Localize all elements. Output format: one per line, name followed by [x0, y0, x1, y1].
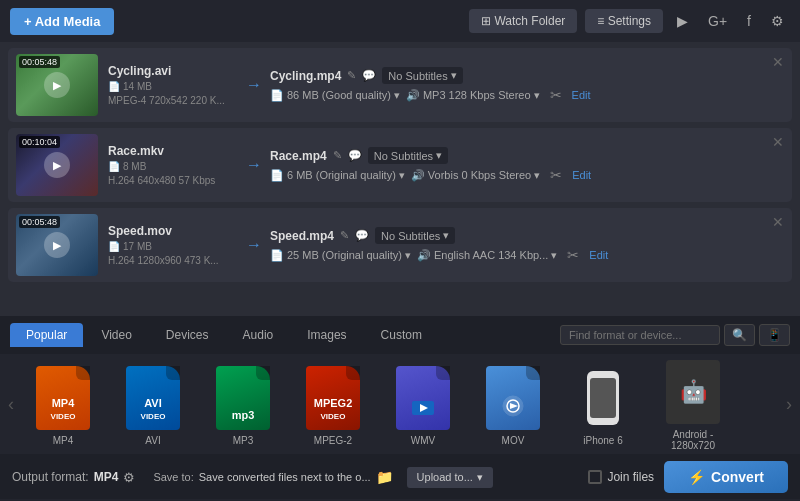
output-quality: 📄 25 MB (Original quality) ▾ 🔊 English A… [270, 247, 784, 263]
remove-file-button[interactable]: ✕ [772, 214, 784, 230]
top-bar: + Add Media ⊞ Watch Folder ≡ Settings ▶ … [0, 0, 800, 42]
format-item-label: WMV [411, 435, 435, 446]
format-item-mpeg2[interactable]: MPEG2VIDEO MPEG-2 [292, 363, 374, 446]
audio-selector[interactable]: 🔊 MP3 128 Kbps Stereo ▾ [406, 89, 540, 102]
edit-button[interactable]: Edit [589, 249, 608, 261]
open-folder-icon[interactable]: 📁 [376, 469, 393, 485]
arrow-icon: → [238, 236, 270, 254]
format-item-android[interactable]: 🤖 Android - 1280x720 [652, 357, 734, 451]
format-item-avi[interactable]: AVIVIDEO AVI [112, 363, 194, 446]
file-shape-mpeg2: MPEG2VIDEO [306, 366, 360, 430]
android-shape: 🤖 [666, 360, 720, 424]
quality-selector[interactable]: 📄 6 MB (Original quality) ▾ [270, 169, 405, 182]
search-button[interactable]: 🔍 [724, 324, 755, 346]
subtitle-dropdown[interactable]: No Subtitles ▾ [375, 227, 455, 244]
play-button[interactable]: ▶ [44, 72, 70, 98]
format-item-mp4[interactable]: MP4VIDEO MP4 [22, 363, 104, 446]
source-size: 📄 8 MB [108, 161, 238, 172]
subtitle-icon: 💬 [348, 149, 362, 162]
device-search-button[interactable]: 📱 [759, 324, 790, 346]
convert-button[interactable]: ⚡ Convert [664, 461, 788, 493]
edit-filename-icon[interactable]: ✎ [347, 69, 356, 82]
edit-button[interactable]: Edit [572, 169, 591, 181]
dropdown-arrow-icon: ▾ [477, 471, 483, 484]
format-settings-icon[interactable]: ⚙ [123, 470, 135, 485]
edit-filename-icon[interactable]: ✎ [333, 149, 342, 162]
tab-video[interactable]: Video [85, 323, 147, 347]
audio-selector[interactable]: 🔊 Vorbis 0 Kbps Stereo ▾ [411, 169, 540, 182]
settings-button[interactable]: ≡ Settings [585, 9, 663, 33]
add-media-button[interactable]: + Add Media [10, 8, 114, 35]
source-filename: Speed.mov [108, 224, 238, 238]
format-icon-text [410, 397, 436, 421]
save-to-info: Save to: Save converted files next to th… [153, 469, 392, 485]
scissors-icon[interactable]: ✂ [567, 247, 579, 263]
file-icon: 📄 [108, 161, 120, 172]
join-files-option[interactable]: Join files [588, 470, 654, 484]
scroll-left-button[interactable]: ‹ [4, 394, 18, 415]
edit-filename-icon[interactable]: ✎ [340, 229, 349, 242]
output-format-info: Output format: MP4 ⚙ [12, 470, 135, 485]
format-item-mov[interactable]: MOV [472, 363, 554, 446]
upload-button[interactable]: Upload to... ▾ [407, 467, 493, 488]
source-codec: MPEG-4 720x542 220 K... [108, 95, 238, 106]
audio-icon: 🔊 [411, 169, 425, 182]
files-area: ▶ 00:05:48 Cycling.avi 📄 14 MB MPEG-4 72… [0, 42, 800, 294]
subtitle-dropdown[interactable]: No Subtitles ▾ [382, 67, 462, 84]
tab-custom[interactable]: Custom [365, 323, 438, 347]
file-shape-mp3: mp3 [216, 366, 270, 430]
format-icon-avi: AVIVIDEO [119, 363, 187, 433]
format-item-iphone6[interactable]: iPhone 6 [562, 363, 644, 446]
file-row: ▶ 00:05:48 Cycling.avi 📄 14 MB MPEG-4 72… [8, 48, 792, 122]
subtitle-dropdown[interactable]: No Subtitles ▾ [368, 147, 448, 164]
watch-folder-button[interactable]: ⊞ Watch Folder [469, 9, 577, 33]
format-icon-mov [479, 363, 547, 433]
format-scroll-area: ‹ MP4VIDEO MP4 AVIVIDEO AVI [0, 354, 800, 454]
facebook-icon[interactable]: f [741, 9, 757, 33]
edit-button[interactable]: Edit [572, 89, 591, 101]
format-icon-mpeg2: MPEG2VIDEO [299, 363, 367, 433]
quality-selector[interactable]: 📄 86 MB (Good quality) ▾ [270, 89, 400, 102]
tab-audio[interactable]: Audio [227, 323, 290, 347]
convert-label: Convert [711, 469, 764, 485]
file-icon: 📄 [108, 81, 120, 92]
format-item-mp3[interactable]: mp3 MP3 [202, 363, 284, 446]
join-files-checkbox[interactable] [588, 470, 602, 484]
format-icon-text [498, 393, 528, 421]
top-bar-right: ⊞ Watch Folder ≡ Settings ▶ G+ f ⚙ [469, 9, 790, 33]
play-button[interactable]: ▶ [44, 232, 70, 258]
quality-selector[interactable]: 📄 25 MB (Original quality) ▾ [270, 249, 411, 262]
gear-icon[interactable]: ⚙ [765, 9, 790, 33]
right-actions: Join files ⚡ Convert [588, 461, 788, 493]
file-icon2: 📄 [270, 249, 284, 262]
scissors-icon[interactable]: ✂ [550, 87, 562, 103]
format-item-wmv[interactable]: WMV [382, 363, 464, 446]
play-button[interactable]: ▶ [44, 152, 70, 178]
scissors-icon[interactable]: ✂ [550, 167, 562, 183]
output-quality: 📄 6 MB (Original quality) ▾ 🔊 Vorbis 0 K… [270, 167, 784, 183]
output-filename: Speed.mp4 [270, 229, 334, 243]
tab-images[interactable]: Images [291, 323, 362, 347]
file-icon: 📄 [108, 241, 120, 252]
format-item-label: iPhone 6 [583, 435, 622, 446]
format-icon-wmv [389, 363, 457, 433]
audio-selector[interactable]: 🔊 English AAC 134 Kbp... ▾ [417, 249, 557, 262]
file-shape-mov [486, 366, 540, 430]
format-search-input[interactable] [560, 325, 720, 345]
scroll-right-button[interactable]: › [782, 394, 796, 415]
format-icon-iphone6 [569, 363, 637, 433]
gplus-icon[interactable]: G+ [702, 9, 733, 33]
remove-file-button[interactable]: ✕ [772, 54, 784, 70]
file-shape-mp4: MP4VIDEO [36, 366, 90, 430]
output-top: Speed.mp4 ✎ 💬 No Subtitles ▾ [270, 227, 784, 244]
file-thumbnail: ▶ 00:05:48 [16, 214, 98, 276]
tab-popular[interactable]: Popular [10, 323, 83, 347]
format-icon-text: MP4VIDEO [51, 397, 76, 422]
format-panel: Popular Video Devices Audio Images Custo… [0, 316, 800, 501]
tab-devices[interactable]: Devices [150, 323, 225, 347]
remove-file-button[interactable]: ✕ [772, 134, 784, 150]
file-icon2: 📄 [270, 169, 284, 182]
file-shape-wmv [396, 366, 450, 430]
format-icon-text: MPEG2VIDEO [314, 397, 353, 422]
youtube-icon[interactable]: ▶ [671, 9, 694, 33]
